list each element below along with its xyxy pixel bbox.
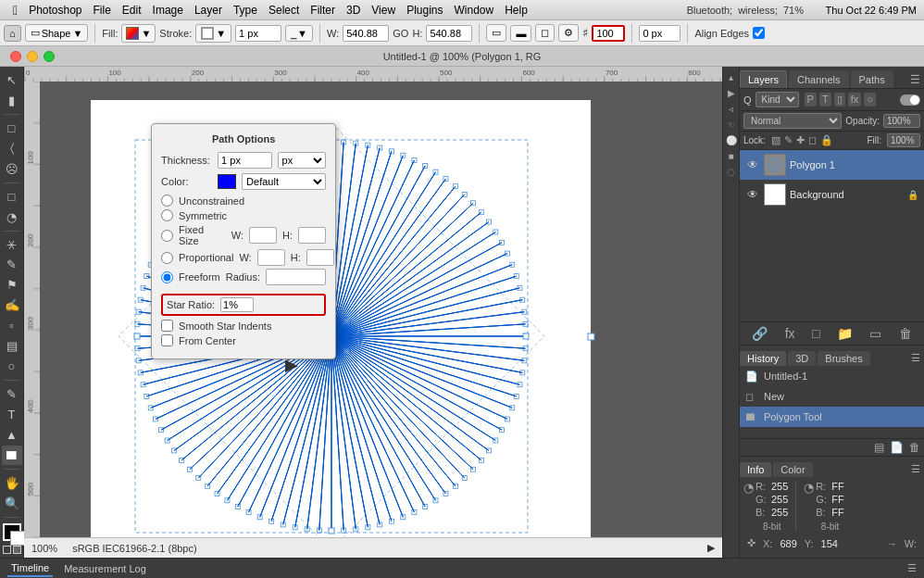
color-preset-select[interactable]: Default: [242, 173, 326, 190]
path-align-button[interactable]: ▬: [510, 25, 531, 42]
history-item-untitled[interactable]: 📄 Untitled-1: [740, 366, 924, 386]
fx-filter-icon[interactable]: fx: [848, 93, 862, 107]
pen-tool[interactable]: ✎: [2, 384, 22, 404]
menu-filter[interactable]: Filter: [305, 0, 341, 20]
delete-layer-icon[interactable]: 🗑: [899, 326, 912, 341]
fill-button[interactable]: ▼: [121, 24, 156, 43]
menu-layer[interactable]: Layer: [189, 0, 228, 20]
width-input[interactable]: [343, 25, 389, 42]
freeform-radio[interactable]: [161, 271, 173, 283]
thickness-unit-select[interactable]: px: [278, 152, 327, 169]
marquee-tool[interactable]: □: [2, 119, 22, 138]
vert-tool-2[interactable]: ▶: [728, 88, 735, 98]
lock-image-icon[interactable]: ✎: [784, 134, 793, 146]
unconstrained-radio[interactable]: [161, 195, 173, 207]
add-fx-icon[interactable]: fx: [785, 326, 795, 341]
eraser-tool[interactable]: ▫: [2, 316, 22, 335]
shape-tool[interactable]: ⯀: [2, 446, 22, 465]
paths-tab[interactable]: Paths: [851, 70, 893, 88]
stroke-width-input[interactable]: [235, 25, 281, 42]
xcoord-input[interactable]: [639, 25, 681, 42]
filter-toggle-switch[interactable]: [900, 94, 920, 106]
close-button[interactable]: [10, 51, 21, 62]
layers-tab[interactable]: Layers: [740, 70, 787, 88]
prop-w-input[interactable]: [257, 249, 285, 266]
add-mask-icon[interactable]: □: [812, 326, 819, 341]
hand-tool[interactable]: 🖐: [2, 473, 22, 493]
brush-tool[interactable]: ✎: [2, 255, 22, 274]
color-swatch[interactable]: [218, 174, 236, 189]
healing-tool[interactable]: ⚹: [2, 235, 22, 255]
height-input[interactable]: [426, 25, 472, 42]
symmetric-radio[interactable]: [161, 209, 173, 221]
menu-help[interactable]: Help: [499, 0, 533, 20]
menu-3d[interactable]: 3D: [341, 0, 366, 20]
stroke-style-button[interactable]: ⎯▼: [285, 25, 313, 42]
crop-tool[interactable]: □: [2, 187, 22, 207]
apple-menu[interactable]: : [7, 0, 23, 20]
proportional-radio[interactable]: [161, 252, 173, 264]
menu-edit[interactable]: Edit: [117, 0, 147, 20]
info-tab[interactable]: Info: [740, 462, 771, 477]
align-edges-checkbox[interactable]: [753, 27, 765, 39]
lock-all-icon[interactable]: 🔒: [820, 134, 833, 146]
background-color-swatch[interactable]: [10, 531, 25, 546]
visibility-eye-background[interactable]: 👁: [745, 188, 760, 201]
fixed-h-input[interactable]: [298, 227, 326, 244]
text-filter-icon[interactable]: T: [819, 93, 831, 107]
stroke-button[interactable]: ▼: [195, 24, 231, 43]
thickness-input[interactable]: [218, 152, 272, 169]
pixel-filter-icon[interactable]: P: [805, 93, 817, 107]
path-arrange-button[interactable]: ◻: [535, 24, 555, 42]
mask-filter-icon[interactable]: ○: [864, 93, 876, 107]
color-tab[interactable]: Color: [773, 462, 812, 477]
canvas-area[interactable]: Path Options Thickness: px Color:: [40, 82, 722, 537]
new-layer-icon[interactable]: ▭: [869, 326, 881, 341]
history-new-doc-icon[interactable]: 📄: [890, 441, 904, 454]
move-tool[interactable]: ↖: [2, 70, 22, 90]
home-button[interactable]: ⌂: [4, 25, 21, 42]
foreground-color-swatch[interactable]: [3, 523, 21, 541]
filter-kind-select[interactable]: Kind: [755, 92, 799, 107]
fill-input[interactable]: [887, 133, 920, 147]
lasso-tool[interactable]: 〈: [2, 139, 22, 158]
menu-plugins[interactable]: Plugins: [401, 0, 448, 20]
quick-mask-btn[interactable]: [13, 546, 21, 554]
path-tool[interactable]: ▲: [2, 425, 22, 445]
menu-select[interactable]: Select: [263, 0, 305, 20]
artboard-tool[interactable]: ▮: [2, 91, 22, 110]
star-ratio-input[interactable]: [220, 297, 254, 312]
3d-tab[interactable]: 3D: [788, 351, 816, 366]
polygon-drawing-canvas[interactable]: [40, 82, 722, 537]
vert-tool-6[interactable]: ■: [728, 151, 733, 161]
history-snapshot-icon[interactable]: ▤: [874, 441, 884, 454]
menu-type[interactable]: Type: [228, 0, 263, 20]
tab-bar-scroll-right[interactable]: ☰: [907, 562, 917, 574]
channels-tab[interactable]: Channels: [789, 70, 848, 88]
path-options-gear-button[interactable]: ⚙: [558, 24, 579, 42]
zoom-tool[interactable]: 🔍: [2, 494, 22, 513]
menu-window[interactable]: Window: [448, 0, 499, 20]
history-delete-icon[interactable]: 🗑: [909, 441, 920, 454]
info-panel-menu[interactable]: ☰: [907, 461, 924, 477]
vert-tool-3[interactable]: ◃: [729, 104, 733, 114]
link-layers-icon[interactable]: 🔗: [752, 326, 768, 341]
history-brush-tool[interactable]: ✍: [2, 295, 22, 315]
vert-tool-5[interactable]: ⚪: [726, 135, 737, 145]
layer-item-polygon1[interactable]: 👁 Polygon 1: [740, 150, 924, 180]
vert-tool-1[interactable]: ▴: [729, 72, 733, 82]
stamp-tool[interactable]: ⚑: [2, 275, 22, 295]
vert-tool-7[interactable]: ◌: [727, 167, 735, 177]
brushes-tab[interactable]: Brushes: [818, 351, 869, 366]
menu-image[interactable]: Image: [147, 0, 189, 20]
opacity-input[interactable]: [883, 114, 920, 128]
text-tool[interactable]: T: [2, 405, 22, 424]
panel-menu-button[interactable]: ☰: [906, 71, 924, 88]
menu-photoshop[interactable]: Photoshop: [23, 0, 87, 20]
object-select-tool[interactable]: ☹: [2, 159, 22, 179]
history-item-polygon-tool[interactable]: ⯀ Polygon Tool: [740, 407, 924, 427]
shape-filter-icon[interactable]: ▯: [834, 93, 845, 107]
fixed-size-radio[interactable]: [161, 230, 173, 242]
radius-input[interactable]: [266, 269, 326, 285]
fixed-w-input[interactable]: [249, 227, 277, 244]
